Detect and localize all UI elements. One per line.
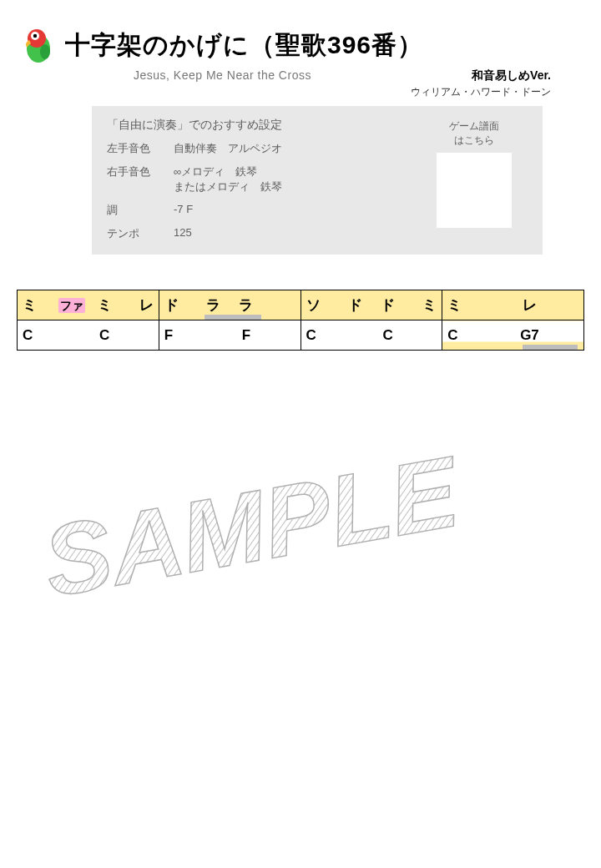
svg-point-3	[33, 34, 37, 38]
tie-bar	[523, 345, 578, 350]
settings-key: 調	[107, 203, 174, 218]
page-title: 十字架のかげに（聖歌396番）	[65, 28, 423, 63]
version-label: 和音易しめVer.	[472, 68, 551, 83]
chord-cell: F F	[159, 320, 300, 351]
chord-row: C C F F C C	[18, 320, 584, 351]
chord-cell: C C	[300, 320, 442, 351]
melody-cell: ソ ド ド ミ	[300, 290, 442, 320]
watermark-text: SAMPLE	[35, 434, 469, 617]
parrot-logo-icon	[17, 23, 60, 67]
subtitle: Jesus, Keep Me Near the Cross	[134, 68, 311, 99]
sample-watermark: SAMPLE	[24, 399, 577, 643]
composer-label: ウィリアム・ハワード・ドーン	[411, 85, 551, 99]
settings-box: 「自由に演奏」でのおすすめ設定 左手音色 自動伴奏 アルペジオ 右手音色 ∞メロ…	[92, 106, 543, 255]
chord-cell: C C	[18, 320, 159, 351]
settings-row: テンポ 125	[107, 226, 528, 241]
settings-value: 125	[174, 226, 528, 241]
settings-key: 右手音色	[107, 164, 174, 194]
melody-row: ミ ファ ミ レ ド ラ ラ ソ ド ド	[18, 290, 584, 320]
svg-point-4	[40, 44, 50, 59]
accidental-note: ファ	[58, 298, 85, 313]
qr-placeholder	[437, 153, 512, 228]
melody-cell: ミ ファ ミ レ	[18, 290, 159, 320]
settings-key: 左手音色	[107, 141, 174, 156]
tie-bar	[205, 315, 261, 320]
header: 十字架のかげに（聖歌396番） Jesus, Keep Me Near the …	[17, 23, 584, 99]
qr-label: ゲーム譜面 はこちら	[424, 119, 524, 148]
melody-cell: ミ レ	[442, 290, 584, 320]
score-table: ミ ファ ミ レ ド ラ ラ ソ ド ド	[17, 290, 584, 351]
settings-key: テンポ	[107, 226, 174, 241]
qr-area: ゲーム譜面 はこちら	[424, 119, 524, 228]
chord-cell: C G7	[442, 320, 584, 351]
melody-cell: ド ラ ラ	[159, 290, 300, 320]
